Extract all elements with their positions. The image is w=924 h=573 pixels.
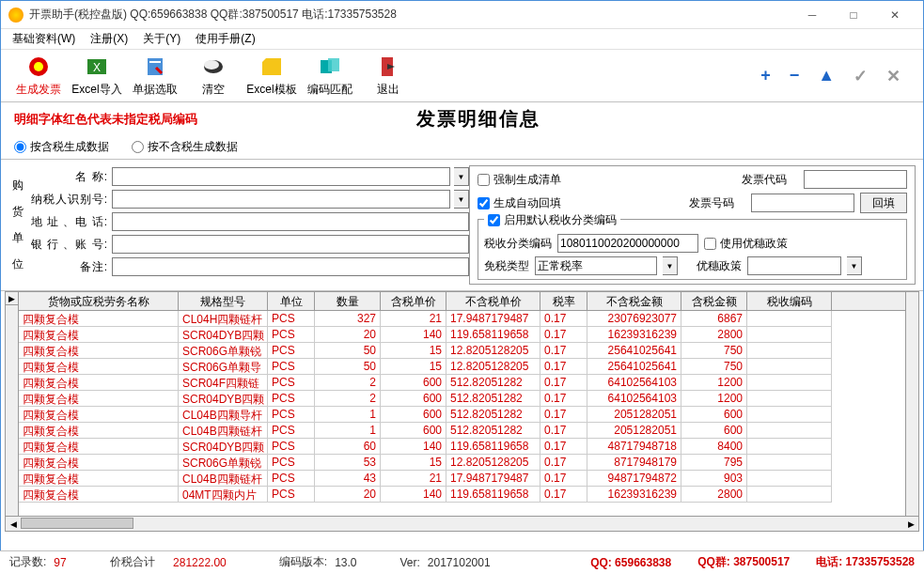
buyer-vert-label: 购货单位 [8,165,27,285]
tb-generate-invoice[interactable]: 生成发票 [10,53,67,100]
close-button[interactable]: ✕ [874,2,916,28]
tb-check-icon[interactable]: ✓ [854,66,868,86]
chk-force-list[interactable]: 强制生成清单 [478,172,561,188]
grid-header-col[interactable]: 货物或应税劳务名称 [19,292,179,310]
taxclass-code-input[interactable] [557,234,698,253]
table-row[interactable]: 四颗复合模04MT四颗内片PCS20140119.6581196580.1716… [19,487,905,503]
menubar: 基础资料(W) 注册(X) 关于(Y) 使用手册(Z) [1,29,923,50]
table-row[interactable]: 四颗复合模SCR06G单颗锐PCS501512.82051282050.1725… [19,343,905,359]
pref-dropdown-icon[interactable]: ▼ [847,256,862,275]
table-row[interactable]: 四颗复合模CL04H四颗链杆PCS3272117.94871794870.172… [19,311,905,327]
pref-policy-select[interactable] [747,256,841,275]
menu-about[interactable]: 关于(Y) [137,29,186,49]
chk-use-pref[interactable]: 使用优穗政策 [704,236,788,252]
radio-tax-incl[interactable]: 按含税生成数据 [14,139,109,155]
grid-header-col[interactable]: 税率 [540,292,587,310]
exempt-type-select[interactable]: 正常税率 [535,256,657,275]
svg-point-7 [204,60,219,70]
svg-point-1 [34,62,43,71]
tb-x-icon[interactable]: ✕ [886,66,901,86]
table-row[interactable]: 四颗复合模SCR06G单颗锐PCS531512.82051282050.1787… [19,455,905,471]
titlebar: 开票助手(税控盘版) QQ:659663838 QQ群:387500517 电话… [1,1,923,29]
grid-header-col[interactable]: 含税金额 [681,292,747,310]
table-row[interactable]: 四颗复合模SCR06G单颗导PCS501512.82051282050.1725… [19,359,905,375]
menu-basic-data[interactable]: 基础资料(W) [7,29,81,49]
tb-minus-icon[interactable]: − [790,66,800,85]
buyer-taxid-dropdown[interactable]: ▼ [454,190,469,209]
buyer-bank-input[interactable] [112,235,469,254]
tb-select-doc[interactable]: 单据选取 [127,53,183,100]
table-row[interactable]: 四颗复合模CL04B四颗链杆PCS1600512.820512820.17205… [19,423,905,439]
radio-tax-excl[interactable]: 按不含税生成数据 [132,139,238,155]
grid-header-col[interactable]: 数量 [315,292,381,310]
tb-code-match[interactable]: 编码匹配 [302,53,358,100]
chk-enable-taxcode[interactable]: 启用默认税收分类编码 [484,212,620,228]
toolbar: 生成发票 XExcel导入 单据选取 清空 Excel模板 编码匹配 退出 + … [1,50,923,102]
tb-exit[interactable]: 退出 [360,53,416,100]
grid-header-col[interactable]: 税收编码 [747,292,832,310]
svg-rect-5 [149,61,161,63]
buyer-name-input[interactable] [112,167,450,186]
buyer-name-dropdown[interactable]: ▼ [454,167,469,186]
buyer-addr-input[interactable] [112,212,469,231]
grid-header-col[interactable]: 不含税金额 [587,292,681,310]
menu-manual[interactable]: 使用手册(Z) [190,29,260,49]
grid-vscroll[interactable] [905,292,918,516]
table-row[interactable]: 四颗复合模SCR04DYB四颗PCS2600512.820512820.1764… [19,391,905,407]
tb-up-icon[interactable]: ▲ [818,66,835,85]
invoice-code-input[interactable] [804,170,907,189]
window-title: 开票助手(税控盘版) QQ:659663838 QQ群:387500517 电话… [29,7,791,23]
grid-header-col[interactable]: 规格型号 [179,292,268,310]
app-icon [8,8,23,23]
total-amount: 281222.00 [173,556,227,569]
grid-row-indicator[interactable]: ▶ [6,292,19,516]
invoice-num-input[interactable] [751,194,854,212]
statusbar: 记录数:97 价税合计 281222.00 编码版本:13.0 Ver:2017… [0,550,924,573]
main-title: 发票明细信息 [197,106,760,132]
tb-excel-template[interactable]: Excel模板 [243,53,300,100]
tb-clear[interactable]: 清空 [185,53,242,100]
grid-header-col[interactable]: 含税单价 [381,292,446,310]
grid-hscroll[interactable]: ◀▶ [5,517,919,532]
status-tel: 电话: 17335753528 [816,554,915,570]
backfill-button[interactable]: 回填 [860,193,907,213]
detail-grid: ▶ 货物或应税劳务名称规格型号单位数量含税单价不含税单价税率不含税金额含税金额税… [5,291,919,517]
table-row[interactable]: 四颗复合模CL04B四颗链杆PCS432117.94871794870.1794… [19,471,905,487]
menu-register[interactable]: 注册(X) [85,29,133,49]
status-qqgroup: QQ群: 387500517 [697,554,790,570]
exempt-dropdown-icon[interactable]: ▼ [663,256,678,275]
table-row[interactable]: 四颗复合模CL04B四颗导杆PCS1600512.820512820.17205… [19,407,905,423]
record-count: 97 [54,556,66,569]
chk-auto-backfill[interactable]: 生成自动回填 [478,195,561,211]
tb-plus-icon[interactable]: + [760,66,771,85]
grid-header-col[interactable]: 不含税单价 [446,292,540,310]
table-row[interactable]: 四颗复合模SCR04DYB四颗PCS60140119.6581196580.17… [19,439,905,455]
remark-input[interactable] [112,257,469,276]
table-row[interactable]: 四颗复合模SCR04DYB四颗PCS20140119.6581196580.17… [19,327,905,343]
maximize-button[interactable]: □ [833,2,874,28]
status-qq: QQ: 659663838 [590,556,671,569]
tb-excel-import[interactable]: XExcel导入 [69,53,125,100]
grid-header-col[interactable]: 单位 [268,292,315,310]
minimize-button[interactable]: ─ [791,2,833,28]
table-row[interactable]: 四颗复合模SCR04F四颗链PCS2600512.820512820.17641… [19,375,905,391]
red-note: 明细字体红色代表未指定税局编码 [14,111,197,128]
svg-rect-9 [328,58,339,71]
buyer-taxid-input[interactable] [112,190,450,209]
svg-text:X: X [93,61,101,74]
